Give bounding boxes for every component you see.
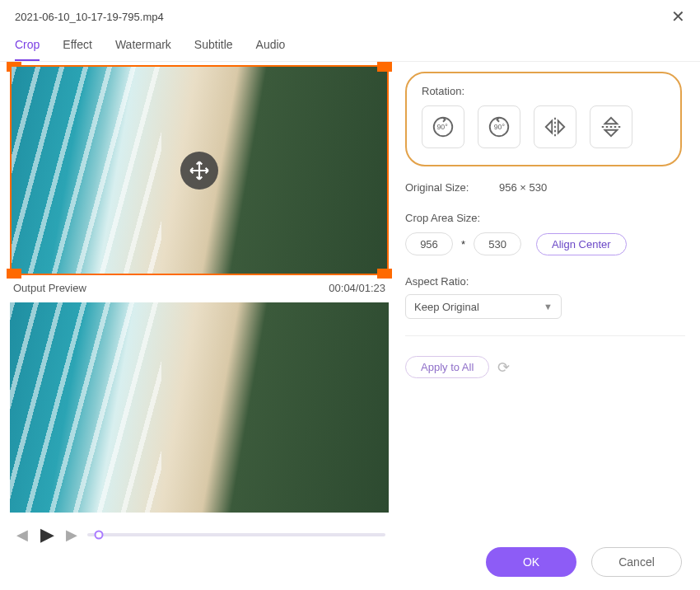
- tab-crop[interactable]: Crop: [15, 38, 40, 61]
- seek-track[interactable]: [87, 533, 385, 536]
- reset-icon[interactable]: ⟳: [497, 358, 510, 377]
- flip-vertical-icon[interactable]: [590, 105, 632, 148]
- tab-bar: Crop Effect Watermark Subtitle Audio: [0, 30, 700, 62]
- next-frame-icon[interactable]: ▶: [63, 526, 81, 544]
- crop-height-input[interactable]: [474, 232, 521, 255]
- tab-subtitle[interactable]: Subtitle: [194, 38, 233, 61]
- original-size-value: 956 × 530: [499, 181, 547, 194]
- svg-text:90°: 90°: [437, 123, 448, 131]
- cancel-button[interactable]: Cancel: [591, 547, 682, 577]
- prev-frame-icon[interactable]: ◀: [13, 526, 31, 544]
- output-preview-bottom: [10, 302, 389, 513]
- close-icon[interactable]: ✕: [671, 8, 685, 25]
- align-center-button[interactable]: Align Center: [536, 233, 627, 255]
- seek-knob[interactable]: [95, 531, 104, 540]
- file-title: 2021-06-10_10-17-19-795.mp4: [15, 11, 164, 23]
- rotation-panel: Rotation: 90° 90°: [405, 72, 682, 166]
- rotate-ccw-90-icon[interactable]: 90°: [478, 105, 520, 148]
- apply-to-all-button[interactable]: Apply to All: [405, 356, 489, 378]
- chevron-down-icon: ▼: [544, 302, 553, 311]
- time-readout: 00:04/01:23: [329, 282, 385, 294]
- aspect-ratio-select[interactable]: Keep Original ▼: [405, 294, 562, 319]
- flip-horizontal-icon[interactable]: [534, 105, 576, 148]
- rotation-label: Rotation:: [422, 85, 665, 97]
- output-preview-label: Output Preview: [13, 282, 86, 294]
- tab-watermark[interactable]: Watermark: [115, 38, 171, 61]
- aspect-ratio-value: Keep Original: [414, 301, 479, 313]
- rotate-cw-90-icon[interactable]: 90°: [422, 105, 464, 148]
- video-frame-bottom: [10, 302, 389, 513]
- svg-text:90°: 90°: [494, 123, 505, 131]
- tab-effect[interactable]: Effect: [63, 38, 92, 61]
- crop-width-input[interactable]: [405, 232, 453, 255]
- play-icon[interactable]: ▶: [38, 524, 56, 546]
- tab-audio[interactable]: Audio: [256, 38, 286, 61]
- crop-multiply: *: [461, 238, 465, 251]
- move-handle-icon[interactable]: [180, 152, 218, 190]
- original-size-label: Original Size:: [405, 181, 488, 194]
- ok-button[interactable]: OK: [486, 547, 576, 577]
- crop-area-label: Crop Area Size:: [405, 212, 488, 224]
- aspect-ratio-label: Aspect Ratio:: [405, 275, 488, 288]
- crop-preview-top[interactable]: [10, 65, 389, 275]
